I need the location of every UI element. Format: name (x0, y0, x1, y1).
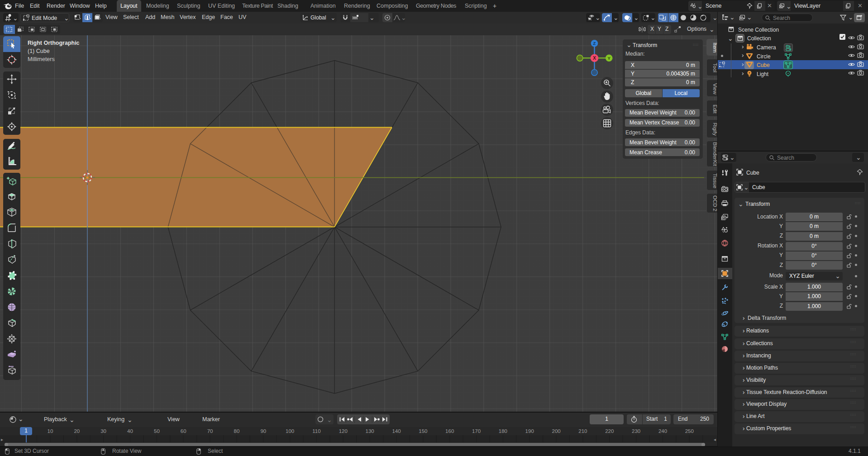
svg-text:Z: Z (593, 41, 596, 46)
svg-text:Y: Y (608, 56, 611, 61)
svg-text:X: X (593, 56, 596, 61)
